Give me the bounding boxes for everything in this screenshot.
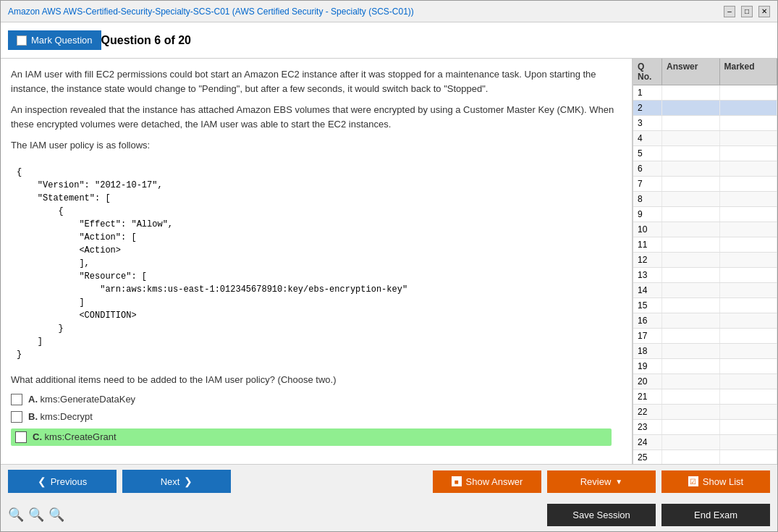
mark-checkbox-icon [17, 35, 27, 46]
list-item[interactable]: 2 [633, 101, 777, 116]
main-window: Amazon AWS AWS-Certified-Security-Specia… [0, 0, 778, 532]
list-item[interactable]: 17 [633, 329, 777, 344]
review-button[interactable]: Review ▼ [547, 470, 656, 493]
window-title: Amazon AWS AWS-Certified-Security-Specia… [8, 7, 414, 17]
answer-option-a[interactable]: A. kms:GenerateDataKey [11, 394, 622, 405]
list-item[interactable]: 21 [633, 389, 777, 405]
maximize-button[interactable]: □ [741, 6, 753, 17]
sidebar-marked [720, 131, 778, 145]
save-session-button[interactable]: Save Session [547, 504, 656, 526]
sidebar-marked [720, 359, 778, 373]
list-item[interactable]: 1 [633, 85, 777, 101]
list-item[interactable]: 23 [633, 420, 777, 435]
code-block: { "Version": "2012-10-17", "Statement": … [11, 160, 622, 367]
end-exam-button[interactable]: End Exam [661, 504, 770, 526]
list-item[interactable]: 14 [633, 283, 777, 298]
sidebar-qno: 24 [633, 435, 662, 449]
answer-option-b[interactable]: B. kms:Decrypt [11, 411, 622, 423]
sidebar-answer [662, 344, 720, 358]
sidebar-marked [720, 146, 778, 161]
previous-label: Previous [51, 476, 88, 487]
sidebar-answer [662, 222, 720, 237]
list-item[interactable]: 24 [633, 435, 777, 450]
list-item[interactable]: 22 [633, 405, 777, 420]
checklist-icon: ☑ [688, 476, 698, 486]
sidebar-marked [720, 405, 778, 419]
list-item[interactable]: 16 [633, 313, 777, 329]
sidebar-marked [720, 268, 778, 282]
sidebar-marked [720, 237, 778, 252]
sidebar-marked [720, 344, 778, 358]
minimize-button[interactable]: – [724, 6, 735, 17]
list-item[interactable]: 9 [633, 207, 777, 222]
sidebar-qno: 9 [633, 207, 662, 221]
save-session-label: Save Session [572, 510, 630, 520]
sidebar-marked [720, 85, 778, 100]
show-answer-button[interactable]: ■ Show Answer [433, 470, 541, 493]
sidebar-qno: 23 [633, 420, 662, 434]
next-button[interactable]: Next ❯ [122, 470, 231, 493]
zoom-controls: 🔍 🔍 🔍 [8, 507, 64, 523]
sidebar-marked [720, 222, 778, 237]
question-paragraph-3: The IAM user policy is as follows: [11, 138, 622, 153]
zoom-in-button[interactable]: 🔍 [48, 507, 64, 523]
list-item[interactable]: 10 [633, 222, 777, 237]
sidebar-answer [662, 329, 720, 343]
checkbox-a[interactable] [11, 394, 22, 405]
answer-option-c[interactable]: C. kms:CreateGrant [11, 428, 612, 446]
next-arrow-icon: ❯ [184, 476, 193, 487]
list-item[interactable]: 18 [633, 344, 777, 359]
list-item[interactable]: 5 [633, 146, 777, 161]
choose-text: What additional items need to be added t… [11, 374, 622, 385]
sidebar-answer [662, 298, 720, 313]
window-controls: – □ ✕ [724, 6, 770, 17]
close-button[interactable]: ✕ [758, 6, 770, 17]
sidebar-qno: 6 [633, 161, 662, 176]
sidebar-marked [720, 374, 778, 389]
list-item[interactable]: 12 [633, 253, 777, 268]
zoom-reset-button[interactable]: 🔍 [28, 507, 44, 523]
list-item[interactable]: 25 [633, 450, 777, 464]
sidebar-marked [720, 116, 778, 130]
checkbox-c[interactable] [15, 431, 27, 443]
sidebar-qno: 17 [633, 329, 662, 343]
list-item[interactable]: 7 [633, 177, 777, 192]
mark-question-label: Mark Question [31, 35, 93, 46]
show-answer-label: Show Answer [466, 476, 523, 487]
sidebar: Q No. Answer Marked 12345678910111213141… [633, 59, 777, 464]
sidebar-answer [662, 268, 720, 282]
show-list-label: Show List [703, 476, 743, 487]
sidebar-answer [662, 253, 720, 267]
sidebar-answer [662, 237, 720, 252]
list-item[interactable]: 20 [633, 374, 777, 389]
sidebar-marked [720, 101, 778, 115]
sidebar-qno: 8 [633, 192, 662, 206]
end-exam-label: End Exam [694, 510, 737, 520]
list-item[interactable]: 13 [633, 268, 777, 283]
list-item[interactable]: 8 [633, 192, 777, 207]
zoom-out-button[interactable]: 🔍 [8, 507, 24, 523]
bottom-bar: ❮ Previous Next ❯ ■ Show Answer Review ▼… [1, 464, 777, 531]
list-item[interactable]: 11 [633, 237, 777, 253]
list-item[interactable]: 3 [633, 116, 777, 131]
checkbox-b[interactable] [11, 411, 22, 423]
sidebar-answer [662, 177, 720, 191]
mark-question-button[interactable]: Mark Question [8, 30, 101, 50]
sidebar-qno: 12 [633, 253, 662, 267]
previous-button[interactable]: ❮ Previous [8, 470, 117, 493]
sidebar-qno: 7 [633, 177, 662, 191]
sidebar-answer [662, 450, 720, 464]
list-item[interactable]: 15 [633, 298, 777, 313]
sidebar-qno: 13 [633, 268, 662, 282]
list-item[interactable]: 4 [633, 131, 777, 146]
sidebar-answer [662, 389, 720, 404]
show-list-button[interactable]: ☑ Show List [661, 470, 770, 493]
list-item[interactable]: 6 [633, 161, 777, 177]
sidebar-qno: 10 [633, 222, 662, 237]
next-label: Next [161, 476, 180, 487]
sidebar-answer [662, 420, 720, 434]
sidebar-qno: 14 [633, 283, 662, 297]
list-item[interactable]: 19 [633, 359, 777, 374]
sidebar-marked [720, 420, 778, 434]
sidebar-header: Q No. Answer Marked [633, 59, 777, 85]
